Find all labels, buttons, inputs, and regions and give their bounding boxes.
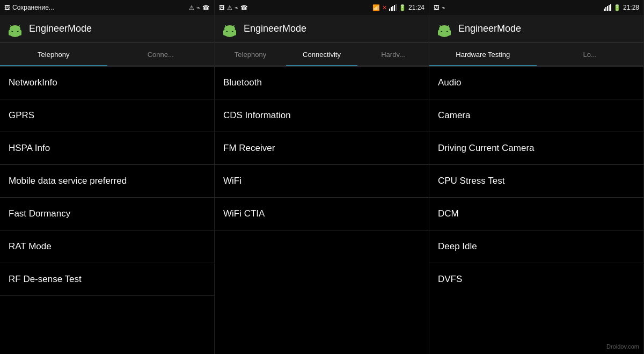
tab-connectivity-2[interactable]: Connectivity — [286, 43, 357, 66]
svg-rect-22 — [609, 5, 610, 11]
signal-bars-icon — [389, 4, 397, 11]
tab-bar-2: Telephony Connectivity Hardv... — [215, 43, 429, 67]
warning-icon-2: ⚠ — [227, 4, 232, 11]
svg-rect-20 — [605, 7, 606, 11]
watermark: Droidov.com — [606, 343, 639, 350]
tab-telephony-1[interactable]: Telephony — [0, 43, 107, 66]
list-item[interactable]: CDS Information — [215, 99, 429, 132]
svg-rect-10 — [394, 5, 395, 11]
list-item[interactable]: Mobile data service preferred — [0, 165, 214, 198]
status-bar-2: 🖼 ⚠ ⌁ ☎ 📶 ✕ 🔋 21:24 — [215, 0, 429, 15]
svg-rect-23 — [610, 4, 611, 11]
status-bar-3: 🖼 ⌁ 🔋 21:28 — [429, 0, 643, 15]
svg-rect-21 — [607, 6, 608, 11]
time-3: 21:28 — [623, 4, 639, 11]
usb-icon-2: ⌁ — [235, 4, 238, 11]
app-bar-3: EngineerMode — [429, 15, 643, 43]
list-container-1: NetworkInfo GPRS HSPA Info Mobile data s… — [0, 67, 214, 354]
phone-panel-2: 🖼 ⚠ ⌁ ☎ 📶 ✕ 🔋 21:24 — [215, 0, 429, 354]
app-bar-2: EngineerMode — [215, 15, 429, 43]
list-item[interactable]: Deep Idle — [429, 230, 643, 263]
usb-icon: ⌁ — [196, 4, 200, 11]
battery-icon-2: 🔋 — [399, 4, 406, 11]
svg-point-18 — [224, 25, 235, 32]
phone-icon-2: ☎ — [240, 4, 248, 11]
list-item[interactable]: FM Receiver — [215, 132, 429, 165]
list-item[interactable]: CPU Stress Test — [429, 165, 643, 198]
status-text-1: Сохранение... — [12, 4, 54, 11]
list-item[interactable]: Driving Current Camera — [429, 132, 643, 165]
svg-rect-9 — [392, 6, 393, 11]
list-item[interactable]: NetworkInfo — [0, 67, 214, 99]
status-bar-left-2: 🖼 ⚠ ⌁ ☎ — [219, 4, 248, 11]
list-item[interactable]: DVFS — [429, 263, 643, 295]
tab-hardware-2[interactable]: Hardv... — [357, 43, 429, 66]
tab-connectivity-1[interactable]: Conne... — [107, 43, 215, 66]
list-item[interactable]: HSPA Info — [0, 132, 214, 165]
list-item[interactable]: Camera — [429, 99, 643, 132]
warning-icon: ⚠ — [189, 4, 194, 11]
list-item[interactable]: Bluetooth — [215, 67, 429, 99]
app-title-2: EngineerMode — [244, 23, 306, 34]
list-item[interactable]: GPRS — [0, 99, 214, 132]
svg-rect-11 — [396, 4, 397, 11]
list-item[interactable]: DCM — [429, 198, 643, 230]
list-item[interactable]: WiFi — [215, 165, 429, 198]
battery-icon-3: 🔋 — [613, 4, 621, 11]
status-bar-left-3: 🖼 ⌁ — [434, 4, 445, 11]
phone-panel-1: 🖼 Сохранение... ⚠ ⌁ ☎ EngineerMode Telep… — [0, 0, 215, 354]
list-item[interactable]: RF De-sense Test — [0, 263, 214, 296]
tab-hardware-testing-3[interactable]: Hardware Testing — [429, 43, 537, 66]
status-bar-right-1: ⚠ ⌁ ☎ — [189, 4, 210, 11]
signal-bars-icon-3 — [604, 4, 611, 11]
image-icon-3: 🖼 — [434, 4, 440, 11]
svg-rect-8 — [391, 7, 392, 11]
status-bar-1: 🖼 Сохранение... ⚠ ⌁ ☎ — [0, 0, 214, 15]
image-icon: 🖼 — [4, 4, 10, 11]
list-container-3: Audio Camera Driving Current Camera CPU … — [429, 67, 643, 354]
status-bar-right-2: 📶 ✕ 🔋 21:24 — [372, 4, 425, 11]
app-title-1: EngineerMode — [29, 23, 92, 34]
tab-bar-3: Hardware Testing Lo... — [429, 43, 643, 67]
tab-bar-1: Telephony Conne... — [0, 43, 214, 67]
android-logo-1 — [6, 20, 24, 38]
status-bar-right-3: 🔋 21:28 — [604, 4, 639, 11]
list-item[interactable]: Audio — [429, 67, 643, 99]
wifi-icon: 📶 — [372, 4, 380, 11]
android-logo-2 — [221, 20, 238, 38]
svg-point-6 — [10, 25, 20, 32]
app-title-3: EngineerMode — [458, 23, 521, 34]
phone-icon: ☎ — [202, 4, 210, 11]
usb-icon-3: ⌁ — [442, 4, 445, 11]
list-item[interactable]: WiFi CTIA — [215, 198, 429, 230]
signal-x-icon: ✕ — [382, 4, 387, 11]
svg-point-30 — [439, 25, 450, 32]
status-bar-left-1: 🖼 Сохранение... — [4, 4, 54, 11]
list-item[interactable]: Fast Dormancy — [0, 198, 214, 230]
tab-telephony-2[interactable]: Telephony — [215, 43, 286, 66]
time-2: 21:24 — [408, 4, 425, 11]
android-logo-3 — [436, 20, 453, 38]
phone-panel-3: 🖼 ⌁ 🔋 21:28 EngineerMode — [429, 0, 644, 354]
image-icon-2: 🖼 — [219, 4, 225, 11]
app-bar-1: EngineerMode — [0, 15, 214, 43]
svg-rect-7 — [389, 9, 390, 11]
list-item[interactable]: RAT Mode — [0, 230, 214, 263]
list-container-2: Bluetooth CDS Information FM Receiver Wi… — [215, 67, 429, 354]
tab-lo-3[interactable]: Lo... — [537, 43, 644, 66]
svg-rect-19 — [604, 9, 605, 11]
